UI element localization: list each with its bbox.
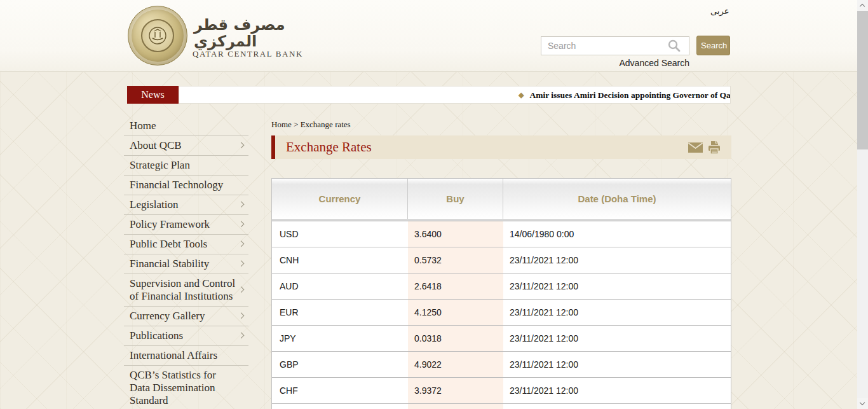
buy-rate: 3.6400 [408,221,503,247]
chevron-down-icon [860,400,865,405]
rate-date: 23/11/2021 12:00 [503,352,731,377]
currency-code: CHF [272,378,408,403]
table-row: USD 3.6400 14/06/1980 0:00 [272,221,731,247]
column-header-buy: Buy [408,179,503,219]
sidebar-item-policy-framework[interactable]: Policy Framework [124,215,248,235]
chevron-right-icon [238,332,245,338]
sidebar-item-public-debt-tools[interactable]: Public Debt Tools [124,235,248,254]
sidebar-item-about-qcb[interactable]: About QCB [124,136,248,156]
sidebar-item-label: Strategic Plan [130,159,190,171]
news-ticker-item[interactable]: ◆Amir issues Amiri Decision appointing G… [519,87,731,104]
sidebar-item-label: Supervision and Control of Financial Ins… [130,277,235,302]
currency-code: AUD [272,274,408,299]
sidebar-item-financial-technology[interactable]: Financial Technology [124,176,248,195]
breadcrumb-home-link[interactable]: Home [271,120,292,129]
chevron-right-icon [238,201,245,207]
sidebar-item-qcb-statistics[interactable]: QCB’s Statistics for Data Dissemination … [124,366,248,409]
table-row-partial [272,403,731,409]
rate-date: 23/11/2021 12:00 [503,300,731,325]
news-ticker: ◆Amir issues Amiri Decision appointing G… [179,86,731,104]
chevron-right-icon [238,286,245,293]
chevron-right-icon [238,312,245,319]
breadcrumb: Home > Exchange rates [271,120,351,130]
news-ticker-text: Amir issues Amiri Decision appointing Go… [529,90,731,100]
table-row: AUD 2.6418 23/11/2021 12:00 [272,273,731,299]
currency-code: JPY [272,326,408,351]
sidebar-item-label: Currency Gallery [130,310,205,322]
table-row: CHF 3.9372 23/11/2021 12:00 [272,377,731,403]
qcb-emblem-icon [141,19,174,52]
chevron-up-icon [860,4,865,9]
sidebar-item-label: About QCB [130,139,182,151]
rate-date: 14/06/1980 0:00 [503,221,731,247]
scrollbar-thumb[interactable] [857,11,868,149]
buy-rate: 4.9022 [408,352,503,377]
chevron-right-icon [238,240,245,247]
sidebar-item-label: Publications [130,329,183,342]
qcb-logo[interactable] [128,6,187,66]
vertical-scrollbar[interactable] [857,0,868,409]
currency-code: EUR [272,300,408,325]
table-row: JPY 0.0318 23/11/2021 12:00 [272,325,731,351]
page-title-bar: Exchange Rates [271,135,731,159]
chevron-right-icon [238,221,245,227]
sidebar-item-label: Legislation [130,198,178,211]
sidebar-item-label: Public Debt Tools [130,238,207,250]
column-header-currency: Currency [272,179,408,219]
sidebar-item-international-affairs[interactable]: International Affairs [124,346,248,366]
currency-code: USD [272,221,408,247]
sidebar-item-financial-stability[interactable]: Financial Stability [124,254,248,274]
sidebar-item-home[interactable]: Home [124,116,248,136]
news-label: News [127,86,179,104]
breadcrumb-current: Exchange rates [301,120,351,129]
buy-rate: 2.6418 [408,274,503,299]
search-input[interactable] [541,36,689,55]
table-row: CNH 0.5732 23/11/2021 12:00 [272,247,731,273]
sidebar-menu: Home About QCB Strategic Plan Financial … [124,116,248,409]
sidebar-item-label: Policy Framework [130,218,210,230]
buy-rate: 0.5732 [408,247,503,273]
buy-rate: 3.9372 [408,378,503,403]
scroll-down-button[interactable] [857,398,868,409]
sidebar-item-label: Financial Technology [130,179,223,191]
rate-date: 23/11/2021 12:00 [503,378,731,403]
rate-date: 23/11/2021 12:00 [503,274,731,299]
email-icon[interactable] [688,142,703,153]
exchange-rates-table: Currency Buy Date (Doha Time) USD 3.6400… [271,178,731,409]
sidebar-item-label: QCB’s Statistics for Data Dissemination … [130,369,216,406]
print-icon[interactable] [707,141,721,155]
scroll-up-button[interactable] [857,0,868,11]
sidebar-item-publications[interactable]: Publications [124,326,248,346]
column-header-date: Date (Doha Time) [503,179,731,219]
sidebar-item-supervision[interactable]: Supervision and Control of Financial Ins… [124,274,248,307]
buy-rate: 0.0318 [408,326,503,351]
currency-code: CNH [272,247,408,273]
breadcrumb-separator: > [294,120,298,129]
arabic-language-link[interactable]: عربى [710,6,729,16]
header: مصرف قطر المركزي QATAR CENTRAL BANK عربى… [0,0,857,72]
sidebar-item-legislation[interactable]: Legislation [124,195,248,215]
sidebar-item-label: Home [130,120,156,132]
page-title: Exchange Rates [286,135,731,158]
buy-rate: 4.1250 [408,300,503,325]
table-row: GBP 4.9022 23/11/2021 12:00 [272,351,731,377]
table-row: EUR 4.1250 23/11/2021 12:00 [272,299,731,325]
sidebar-item-strategic-plan[interactable]: Strategic Plan [124,156,248,176]
bank-name-english: QATAR CENTRAL BANK [193,49,303,59]
rate-date: 23/11/2021 12:00 [503,326,731,351]
chevron-right-icon [238,142,245,148]
diamond-bullet-icon: ◆ [519,91,524,99]
advanced-search-link[interactable]: Advanced Search [597,58,689,68]
bank-name-arabic-calligraphy: مصرف قطر المركزي [194,17,315,50]
search-button[interactable]: Search [696,36,730,55]
sidebar-item-currency-gallery[interactable]: Currency Gallery [124,307,248,326]
chevron-right-icon [238,260,245,267]
table-header-row: Currency Buy Date (Doha Time) [272,179,731,221]
rate-date: 23/11/2021 12:00 [503,247,731,273]
currency-code: GBP [272,352,408,377]
sidebar-item-label: International Affairs [130,349,217,361]
sidebar-item-label: Financial Stability [130,258,209,270]
